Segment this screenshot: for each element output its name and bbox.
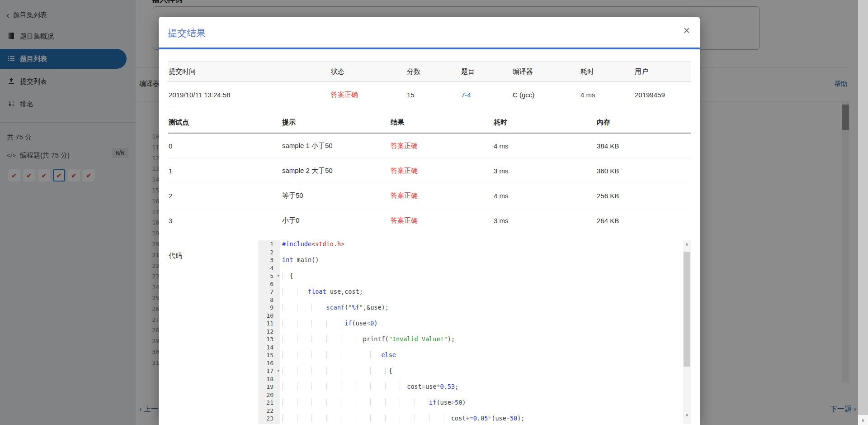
scrollbar-thumb[interactable]: [684, 252, 690, 367]
line-number: 6: [258, 280, 280, 288]
submission-score: 15: [406, 91, 460, 99]
scroll-down-button[interactable]: ∨: [683, 411, 691, 419]
col-header: 提示: [281, 118, 390, 127]
fold-arrow-icon[interactable]: ▼: [277, 272, 279, 280]
code-token: if: [344, 320, 352, 327]
code-line: cost+=0.05*(use-50);: [282, 415, 683, 423]
cases-table-header: 测试点 提示 结果 耗时 内存: [168, 112, 691, 134]
line-number: 7: [258, 288, 280, 296]
indent-guides: [282, 351, 381, 358]
code-line: [282, 359, 683, 368]
code-token: 50: [510, 415, 517, 422]
code-token: ;: [455, 383, 458, 390]
test-case-row: 0sample 1 小于50答案正确4 ms384 KB: [168, 134, 691, 158]
code-token: main(): [293, 256, 319, 263]
scroll-up-button[interactable]: ∧: [683, 240, 691, 248]
code-token: printf(: [363, 335, 389, 343]
col-header: 状态: [330, 67, 406, 76]
indent-guides: [282, 399, 429, 406]
code-line: [282, 375, 683, 383]
code-token: <: [367, 320, 370, 327]
test-case-row: 3小于0答案正确3 ms264 KB: [168, 208, 691, 233]
code-line: else: [282, 351, 683, 359]
submission-result-modal: 提交结果 × 提交时间 状态 分数 题目 编译器 耗时 用户 2019/10/1…: [159, 17, 700, 425]
line-number: 20: [258, 391, 280, 399]
code-token: #include: [282, 240, 311, 248]
col-header: 耗时: [493, 118, 596, 127]
code-line: {: [282, 367, 683, 375]
case-hint: sample 2 大于50: [281, 167, 390, 175]
scroll-down-button[interactable]: ∨: [858, 415, 868, 425]
indent-guides: [282, 320, 344, 327]
indent-guides: [282, 288, 308, 295]
line-number: 17▼: [258, 367, 280, 375]
code-token: ): [462, 399, 466, 406]
code-token: 0: [370, 320, 374, 327]
line-number: 12: [258, 328, 280, 336]
code-line: [282, 280, 683, 288]
col-header: 耗时: [580, 67, 634, 76]
line-number: 14: [258, 344, 280, 352]
line-number: 8: [258, 296, 280, 304]
line-number: 11: [258, 320, 280, 328]
fold-arrow-icon[interactable]: ▼: [277, 367, 279, 375]
col-header: 编译器: [512, 67, 580, 76]
line-number: 21: [258, 399, 280, 407]
code-line: [282, 407, 683, 415]
test-case-row: 1sample 2 大于50答案正确3 ms360 KB: [168, 158, 691, 183]
screen: ‹ 题目集列表 题目集概况题目列表提交列表19排名 共 75 分 </> 编程题…: [0, 0, 868, 425]
code-token: (use: [352, 320, 367, 327]
code-token: {: [289, 272, 293, 279]
line-number: 5▼: [258, 272, 280, 280]
code-line: printf("Invalid Value!");: [282, 335, 683, 344]
code-line: [282, 344, 683, 352]
close-icon[interactable]: ×: [683, 25, 690, 36]
code-token: <stdio.h>: [311, 240, 344, 248]
code-token: cost: [407, 383, 422, 390]
case-memory: 360 KB: [596, 167, 691, 175]
case-time: 3 ms: [493, 167, 596, 175]
code-line: [282, 248, 683, 257]
code-token: cost: [451, 415, 466, 422]
indent-guides: [282, 335, 363, 343]
col-header: 结果: [390, 118, 493, 127]
code-token: );: [448, 335, 455, 343]
line-number: 19: [258, 383, 280, 391]
code-token: *: [436, 383, 440, 390]
code-token: int: [282, 256, 293, 263]
indent-guides: [282, 304, 326, 311]
code-line: if(use>50): [282, 399, 683, 407]
case-result: 答案正确: [390, 142, 493, 150]
case-hint: 小于0: [281, 216, 390, 225]
page-scrollbar[interactable]: ∨: [858, 0, 868, 425]
code-token: 0.05: [473, 415, 488, 422]
code-line: if(use<0): [282, 320, 683, 328]
problem-link[interactable]: 7-4: [461, 91, 471, 99]
submission-user: 20199459: [634, 91, 691, 99]
case-id: 0: [168, 142, 281, 150]
line-number: 22: [258, 407, 280, 415]
code-token: ): [374, 320, 377, 327]
modal-header: 提交结果 ×: [159, 17, 700, 49]
code-token: (use: [491, 415, 506, 422]
line-number: 1: [258, 240, 280, 248]
submission-table: 提交时间 状态 分数 题目 编译器 耗时 用户 2019/10/11 13:24…: [168, 61, 691, 108]
code-editor-content: #include<stdio.h>int main() { float use,…: [280, 240, 683, 424]
case-time: 3 ms: [493, 217, 596, 224]
col-header: 测试点: [168, 118, 281, 127]
code-line: float use,cost;: [282, 288, 683, 296]
code-editor-scrollbar[interactable]: ∧ ∨: [683, 240, 691, 424]
indent-guides: [282, 367, 389, 374]
code-line: [282, 328, 683, 336]
submission-time-used: 4 ms: [580, 91, 634, 99]
case-result: 答案正确: [390, 216, 493, 225]
code-token: =: [422, 383, 425, 390]
case-result: 答案正确: [390, 167, 493, 175]
code-token: ,&use);: [363, 304, 389, 311]
submission-time: 2019/10/11 13:24:58: [168, 91, 330, 99]
code-token: "Invalid Value!": [389, 335, 448, 343]
line-number: 4: [258, 264, 280, 272]
code-line: [282, 296, 683, 304]
line-number: 15: [258, 351, 280, 359]
submission-compiler: C (gcc): [512, 91, 580, 99]
